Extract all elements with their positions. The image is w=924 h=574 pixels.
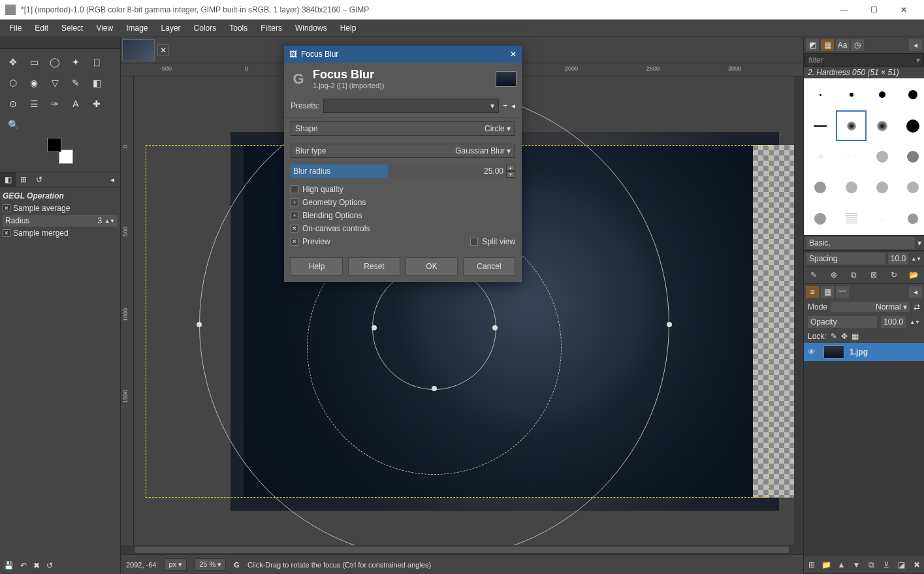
spacing-value[interactable]: 10.0 bbox=[888, 253, 908, 264]
status-zoom-select[interactable]: 25 % ▾ bbox=[195, 558, 226, 571]
add-preset-icon[interactable]: + bbox=[503, 101, 507, 110]
brush-filter[interactable]: filter ▾ bbox=[804, 54, 924, 67]
menu-view[interactable]: View bbox=[89, 21, 119, 35]
lock-pixels-icon[interactable]: ✎ bbox=[831, 332, 837, 341]
sample-merged-checkbox[interactable]: ✕ bbox=[3, 229, 10, 237]
blurtype-select[interactable]: Blur type Gaussian Blur ▾ bbox=[291, 144, 515, 158]
layer-list[interactable]: 👁 1.jpg bbox=[804, 343, 924, 556]
tab-paths[interactable]: 〰 bbox=[836, 286, 849, 298]
brush-grid[interactable]: ★ ✦ ✧✧ ▲ ✚ ✦ ≈ ⋰ ≡ bbox=[804, 78, 924, 235]
geom-label[interactable]: Geometry Options bbox=[302, 198, 366, 207]
save-preset-icon[interactable]: 💾 bbox=[4, 561, 14, 570]
tool-clone[interactable]: ⊙ bbox=[4, 95, 22, 113]
focus-handle-left[interactable] bbox=[197, 322, 202, 327]
visibility-eye-icon[interactable]: 👁 bbox=[808, 347, 818, 357]
blur-radius-slider[interactable]: Blur radius 25.00 bbox=[291, 165, 506, 178]
sample-average-checkbox[interactable]: ✕ bbox=[3, 204, 10, 212]
tool-text[interactable]: A bbox=[67, 95, 85, 113]
open-brush-icon[interactable]: 📂 bbox=[908, 269, 920, 281]
ok-button[interactable]: OK bbox=[406, 257, 458, 276]
maximize-button[interactable]: ☐ bbox=[859, 0, 889, 20]
tool-rect-select[interactable]: ▭ bbox=[25, 53, 43, 71]
tool-brush[interactable]: ✎ bbox=[67, 74, 85, 92]
cancel-button[interactable]: Cancel bbox=[463, 257, 515, 276]
menu-colors[interactable]: Colors bbox=[187, 21, 223, 35]
spacing-spin-icon[interactable]: ▲▼ bbox=[911, 256, 921, 262]
opacity-value[interactable]: 100.0 bbox=[881, 316, 906, 328]
menu-help[interactable]: Help bbox=[334, 21, 363, 35]
opacity-spin-icon[interactable]: ▲▼ bbox=[910, 319, 920, 325]
blur-radius-spinner[interactable]: ▴▾ bbox=[506, 165, 515, 178]
tab-device-status[interactable]: ⊞ bbox=[16, 172, 31, 187]
tool-zoom[interactable]: 🔍 bbox=[4, 116, 22, 134]
high-quality-checkbox[interactable] bbox=[291, 185, 298, 193]
mask-layer-icon[interactable]: ◪ bbox=[897, 559, 906, 571]
edit-brush-icon[interactable]: ✎ bbox=[808, 269, 820, 281]
lock-alpha-icon[interactable]: ▦ bbox=[852, 332, 859, 341]
menu-image[interactable]: Image bbox=[119, 21, 154, 35]
radius-spinner-icon[interactable]: ▲▼ bbox=[104, 218, 115, 224]
menu-filters[interactable]: Filters bbox=[254, 21, 289, 35]
layer-row[interactable]: 👁 1.jpg bbox=[804, 343, 924, 361]
duplicate-brush-icon[interactable]: ⧉ bbox=[848, 269, 860, 281]
filter-dropdown-icon[interactable]: ▾ bbox=[916, 56, 919, 65]
raise-layer-icon[interactable]: ▲ bbox=[836, 559, 846, 571]
new-layer-icon[interactable]: ⊞ bbox=[806, 559, 816, 571]
tab-layers[interactable]: ≡ bbox=[806, 286, 819, 298]
mode-select[interactable]: Normal ▾ bbox=[831, 302, 910, 312]
menu-windows[interactable]: Windows bbox=[289, 21, 334, 35]
close-tab-button[interactable]: ✕ bbox=[157, 44, 169, 56]
layer-name[interactable]: 1.jpg bbox=[850, 347, 868, 357]
mode-switch-icon[interactable]: ⇄ bbox=[914, 302, 920, 311]
refresh-brush-icon[interactable]: ↻ bbox=[888, 269, 900, 281]
preview-checkbox[interactable]: ✕ bbox=[291, 238, 298, 246]
focus-handle-right[interactable] bbox=[667, 322, 672, 327]
manage-preset-icon[interactable]: ◂ bbox=[511, 101, 515, 110]
foreground-color-swatch[interactable] bbox=[47, 138, 61, 152]
menu-select[interactable]: Select bbox=[55, 21, 89, 35]
brush-preset-select[interactable]: Basic, bbox=[806, 237, 915, 249]
tab-menu-icon[interactable]: ◂ bbox=[909, 39, 922, 51]
delete-preset-icon[interactable]: ✖ bbox=[33, 561, 40, 570]
new-group-icon[interactable]: 📁 bbox=[821, 559, 831, 571]
tool-eraser[interactable]: ◧ bbox=[88, 74, 106, 92]
blend-expand[interactable]: + bbox=[291, 212, 298, 219]
tool-fuzzy-select[interactable]: ✦ bbox=[67, 53, 85, 71]
tool-move[interactable]: ✥ bbox=[4, 53, 22, 71]
dock-handle[interactable] bbox=[0, 37, 120, 49]
oncanvas-checkbox[interactable]: ✕ bbox=[291, 225, 298, 232]
tab-fonts[interactable]: Aa bbox=[836, 39, 849, 51]
tool-smudge[interactable]: ☰ bbox=[25, 95, 43, 113]
dialog-close-button[interactable]: ✕ bbox=[510, 50, 517, 59]
radius-value[interactable]: 3 bbox=[97, 216, 102, 225]
delete-brush-icon[interactable]: ⊠ bbox=[868, 269, 880, 281]
duplicate-layer-icon[interactable]: ⧉ bbox=[867, 559, 876, 571]
geom-expand[interactable]: + bbox=[291, 199, 298, 206]
blend-label[interactable]: Blending Options bbox=[302, 211, 362, 220]
tab-brushes[interactable]: ◩ bbox=[806, 39, 819, 51]
fg-bg-colors[interactable] bbox=[47, 138, 73, 164]
reset-preset-icon[interactable]: ↺ bbox=[46, 561, 53, 570]
close-window-button[interactable]: ✕ bbox=[889, 0, 919, 20]
new-brush-icon[interactable]: ⊕ bbox=[828, 269, 840, 281]
delete-layer-icon[interactable]: ✖ bbox=[912, 559, 921, 571]
menu-edit[interactable]: Edit bbox=[28, 21, 55, 35]
tool-crop[interactable]: ⎕ bbox=[88, 53, 106, 71]
menu-tools[interactable]: Tools bbox=[223, 21, 254, 35]
lower-layer-icon[interactable]: ▼ bbox=[852, 559, 861, 571]
split-view-checkbox[interactable] bbox=[470, 238, 478, 246]
focus-inner-handle-b[interactable] bbox=[432, 386, 437, 391]
reset-button[interactable]: Reset bbox=[348, 257, 400, 276]
tab-undo-history[interactable]: ↺ bbox=[31, 172, 47, 187]
tab-history[interactable]: ◷ bbox=[851, 39, 864, 51]
dialog-titlebar[interactable]: 🖼 Focus Blur ✕ bbox=[284, 46, 522, 63]
status-unit-select[interactable]: px ▾ bbox=[164, 558, 187, 571]
tool-bucket[interactable]: ▽ bbox=[46, 74, 64, 92]
tool-transform[interactable]: ⬡ bbox=[4, 74, 22, 92]
focus-inner-handle-l[interactable] bbox=[372, 325, 377, 330]
ruler-vertical[interactable]: 0 500 1000 1500 bbox=[121, 76, 134, 545]
menu-layer[interactable]: Layer bbox=[155, 21, 187, 35]
help-button[interactable]: Help bbox=[291, 257, 343, 276]
tab-tool-options[interactable]: ◧ bbox=[0, 172, 16, 187]
vscrollbar[interactable] bbox=[794, 76, 803, 545]
